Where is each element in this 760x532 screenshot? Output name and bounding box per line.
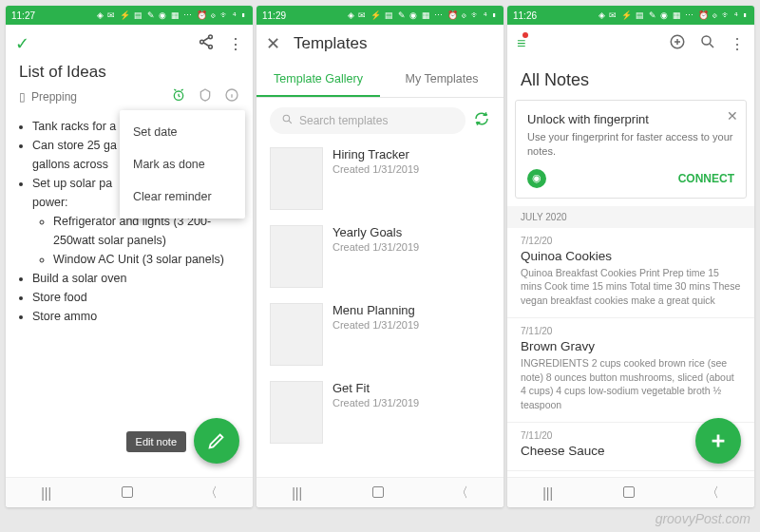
- connect-button[interactable]: CONNECT: [678, 172, 734, 185]
- clock: 11:27: [11, 10, 35, 21]
- reminder-icon[interactable]: [171, 87, 186, 105]
- info-icon[interactable]: [224, 87, 239, 105]
- notebook-icon: ▯: [19, 90, 26, 104]
- back-btn[interactable]: 〈: [455, 484, 468, 502]
- phone-list-of-ideas: 11:27 ◈ ✉ ⚡ ▤ ✎ ◉ ▦ ⋯ ⏰ ⊘ ᯤ ⁴ ▮ ✓ ⋮ List…: [6, 6, 253, 507]
- note-item[interactable]: 7/11/20 Brown Gravy INGREDIENTS 2 cups c…: [507, 318, 754, 423]
- template-item[interactable]: Hiring TrackerCreated 1/31/2019: [256, 140, 504, 218]
- pencil-icon: [206, 430, 227, 451]
- note-item[interactable]: 7/12/20 Quinoa Cookies Quinoa Breakfast …: [507, 228, 754, 318]
- app-bar: ✓ ⋮: [6, 25, 253, 63]
- more-icon[interactable]: ⋮: [228, 35, 243, 53]
- android-nav: ||| 〈: [256, 477, 504, 507]
- app-bar: ✕ Templates: [256, 25, 504, 63]
- app-bar: ≡ ⋮: [507, 25, 754, 63]
- close-icon[interactable]: ✕: [266, 33, 280, 54]
- confirm-icon[interactable]: ✓: [15, 33, 29, 54]
- page-title: All Notes: [507, 63, 754, 100]
- home-btn[interactable]: [122, 485, 133, 501]
- template-thumb: [270, 381, 323, 444]
- note-title: List of Ideas: [19, 63, 239, 82]
- notebook-name: Prepping: [31, 90, 77, 104]
- refresh-icon[interactable]: [473, 110, 490, 131]
- section-header: JULY 2020: [507, 206, 754, 228]
- android-nav: ||| 〈: [507, 477, 754, 507]
- recents-btn[interactable]: |||: [292, 485, 302, 501]
- fingerprint-icon: ◉: [527, 169, 546, 188]
- status-bar: 11:27 ◈ ✉ ⚡ ▤ ✎ ◉ ▦ ⋯ ⏰ ⊘ ᯤ ⁴ ▮: [6, 6, 253, 25]
- share-icon[interactable]: [198, 33, 215, 54]
- phone-templates: 11:29 ◈ ✉ ⚡ ▤ ✎ ◉ ▦ ⋯ ⏰ ⊘ ᯤ ⁴ ▮ ✕ Templa…: [256, 6, 504, 507]
- clock: 11:29: [262, 10, 286, 21]
- menu-clear-reminder[interactable]: Clear reminder: [120, 180, 245, 213]
- status-icons: ◈ ✉ ⚡ ▤ ✎ ◉ ▦ ⋯ ⏰ ⊘ ᯤ ⁴ ▮: [598, 10, 749, 20]
- add-icon[interactable]: [669, 33, 686, 54]
- status-icons: ◈ ✉ ⚡ ▤ ✎ ◉ ▦ ⋯ ⏰ ⊘ ᯤ ⁴ ▮: [97, 10, 247, 20]
- search-placeholder: Search templates: [299, 114, 388, 127]
- template-thumb: [270, 147, 323, 210]
- recents-btn[interactable]: |||: [542, 485, 553, 501]
- status-icons: ◈ ✉ ⚡ ▤ ✎ ◉ ▦ ⋯ ⏰ ⊘ ᯤ ⁴ ▮: [348, 10, 498, 20]
- menu-set-date[interactable]: Set date: [120, 116, 245, 148]
- template-item[interactable]: Menu PlanningCreated 1/31/2019: [256, 295, 504, 373]
- template-item[interactable]: Yearly GoalsCreated 1/31/2019: [256, 218, 504, 295]
- svg-point-7: [702, 36, 711, 45]
- reminder-menu: Set date Mark as done Clear reminder: [120, 110, 245, 218]
- fingerprint-card: ✕ Unlock with fingerprint Use your finge…: [515, 100, 747, 199]
- close-icon[interactable]: ✕: [727, 108, 738, 124]
- phone-all-notes: 11:26 ◈ ✉ ⚡ ▤ ✎ ◉ ▦ ⋯ ⏰ ⊘ ᯤ ⁴ ▮ ≡ ⋮ All …: [507, 6, 754, 507]
- android-nav: ||| 〈: [6, 477, 253, 507]
- tag-icon[interactable]: [198, 87, 213, 105]
- recents-btn[interactable]: |||: [41, 485, 51, 501]
- template-list: Hiring TrackerCreated 1/31/2019 Yearly G…: [256, 140, 504, 451]
- new-note-fab[interactable]: [695, 418, 741, 464]
- notebook-row[interactable]: ▯ Prepping: [6, 86, 253, 111]
- card-subtitle: Use your fingerprint for faster access t…: [527, 130, 734, 160]
- more-icon[interactable]: ⋮: [730, 35, 745, 53]
- status-bar: 11:26 ◈ ✉ ⚡ ▤ ✎ ◉ ▦ ⋯ ⏰ ⊘ ᯤ ⁴ ▮: [507, 6, 754, 25]
- edit-tooltip: Edit note: [126, 431, 186, 452]
- tabs: Template Gallery My Templates: [256, 63, 504, 98]
- clock: 11:26: [513, 10, 537, 21]
- svg-point-5: [283, 115, 290, 122]
- card-title: Unlock with fingerprint: [527, 112, 734, 126]
- menu-icon[interactable]: ≡: [517, 35, 525, 52]
- home-btn[interactable]: [623, 485, 635, 501]
- back-btn[interactable]: 〈: [706, 484, 719, 502]
- tab-my-templates[interactable]: My Templates: [380, 63, 504, 97]
- template-item[interactable]: Get FitCreated 1/31/2019: [256, 373, 504, 451]
- watermark: groovyPost.com: [656, 511, 750, 526]
- template-thumb: [270, 303, 323, 366]
- edit-fab[interactable]: [194, 418, 239, 464]
- search-icon: [281, 113, 294, 128]
- home-btn[interactable]: [372, 485, 384, 501]
- search-input[interactable]: Search templates: [270, 107, 466, 134]
- menu-mark-done[interactable]: Mark as done: [120, 148, 245, 180]
- status-bar: 11:29 ◈ ✉ ⚡ ▤ ✎ ◉ ▦ ⋯ ⏰ ⊘ ᯤ ⁴ ▮: [256, 6, 504, 25]
- back-btn[interactable]: 〈: [204, 484, 218, 502]
- plus-icon: [708, 430, 729, 451]
- search-icon[interactable]: [699, 33, 716, 54]
- page-title: Templates: [294, 34, 494, 53]
- tab-gallery[interactable]: Template Gallery: [256, 63, 380, 97]
- template-thumb: [270, 225, 323, 288]
